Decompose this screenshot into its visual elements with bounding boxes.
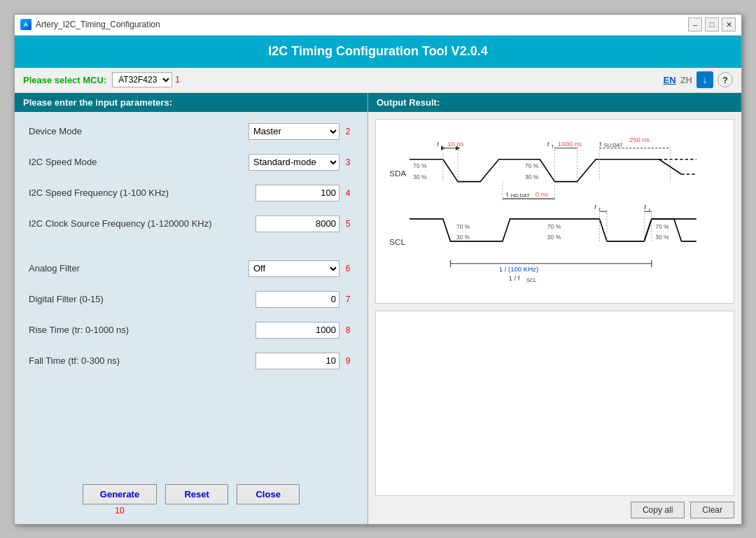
input-panel-header: Please enter the input parameters: [15,93,368,112]
speed-mode-select[interactable]: Standard-mode Fast-mode Fast-mode Plus [248,154,340,171]
svg-text:30 %: 30 % [547,233,561,240]
toolbar: Please select MCU: AT32F423 1 EN ZH ↓ ? [15,68,741,93]
digital-filter-label: Digital Filter (0-15) [29,294,255,304]
svg-rect-0 [376,125,734,297]
device-mode-label: Device Mode [29,126,248,136]
svg-text:250 ns: 250 ns [629,136,650,143]
bottom-buttons: Copy all Clear [368,499,741,524]
mcu-select-wrapper: AT32F423 1 [112,72,180,87]
svg-text:1 / (100 KHz): 1 / (100 KHz) [499,265,538,273]
device-mode-control: Master Slave 2 [248,123,354,140]
maximize-button[interactable]: □ [705,17,719,31]
app-icon: A [20,19,31,30]
device-mode-number: 2 [342,127,354,136]
sda-label: SDA [389,169,406,178]
mcu-label: Please select MCU: [23,75,106,85]
svg-text:30 %: 30 % [456,233,470,240]
fall-time-number: 9 [342,356,354,366]
title-bar-controls: – □ ✕ [688,17,736,31]
mcu-field-number: 1 [175,75,180,85]
main-content: Please enter the input parameters: Devic… [15,93,741,524]
generate-button[interactable]: Generate [83,484,157,504]
copy-all-button[interactable]: Copy all [631,502,685,518]
svg-text:10 ns: 10 ns [447,139,464,147]
analog-filter-number: 6 [342,264,354,274]
close-button[interactable]: ✕ [722,17,736,31]
fall-time-row: Fall Time (tf: 0-300 ns) 9 [29,353,354,369]
device-mode-row: Device Mode Master Slave 2 [29,123,354,140]
analog-filter-row: Analog Filter Off On 6 [29,260,354,277]
svg-text:30 %: 30 % [525,174,539,180]
clock-freq-label: I2C Clock Source Frequency (1-120000 KHz… [29,218,255,229]
speed-freq-number: 4 [342,188,354,198]
svg-text:t: t [547,139,550,147]
clock-freq-row: I2C Clock Source Frequency (1-120000 KHz… [29,215,354,232]
generate-wrapper: Generate 10 [83,484,157,516]
analog-filter-control: Off On 6 [248,260,354,277]
mcu-select[interactable]: AT32F423 [112,72,172,87]
speed-mode-label: I2C Speed Mode [29,157,248,167]
minimize-button[interactable]: – [688,17,702,31]
svg-text:t: t [506,190,508,197]
rise-time-row: Rise Time (tr: 0-1000 ns) 8 [29,322,354,339]
svg-text:30 %: 30 % [655,233,669,240]
speed-mode-row: I2C Speed Mode Standard-mode Fast-mode F… [29,154,354,171]
speed-freq-label: I2C Speed Frequency (1-100 KHz) [29,187,255,198]
app-title: I2C Timing Configuration Tool V2.0.4 [268,44,487,59]
title-bar-left: A Artery_I2C_Timing_Configuration [20,19,160,30]
window-title: Artery_I2C_Timing_Configuration [36,20,160,29]
clock-freq-control: 5 [255,215,354,232]
speed-freq-input[interactable] [255,185,340,201]
svg-text:30 %: 30 % [413,174,427,180]
analog-filter-label: Analog Filter [29,263,248,274]
svg-text:70 %: 70 % [413,162,427,169]
rise-time-input[interactable] [255,322,340,339]
scl-label: SCL [389,237,405,246]
output-text-area[interactable] [375,311,734,496]
speed-mode-control: Standard-mode Fast-mode Fast-mode Plus 3 [248,154,354,171]
svg-text:70 %: 70 % [655,222,669,229]
digital-filter-row: Digital Filter (0-15) 7 [29,291,354,308]
svg-text:t: t [644,203,646,211]
digital-filter-number: 7 [342,295,354,304]
timing-diagram: SDA SCL 70 % 30 % 70 % 30 % [376,120,734,304]
rise-time-number: 8 [342,325,354,335]
analog-filter-select[interactable]: Off On [248,260,340,277]
clock-freq-input[interactable] [255,215,340,232]
right-panel: Output Result: SDA SCL [368,93,741,524]
title-bar: A Artery_I2C_Timing_Configuration – □ ✕ [15,15,741,36]
generate-number: 10 [115,506,124,516]
svg-text:1 / f: 1 / f [508,274,519,282]
button-row: Generate 10 Reset Close [15,476,368,524]
close-wrapper: Close [237,484,300,504]
clear-button[interactable]: Clear [690,502,734,518]
svg-text:t: t [594,203,596,211]
device-mode-select[interactable]: Master Slave [248,123,340,140]
close-action-button[interactable]: Close [237,484,300,504]
svg-text:t: t [437,139,439,147]
output-textarea[interactable] [376,311,734,495]
digital-filter-control: 7 [255,291,354,308]
fall-time-control: 9 [255,353,354,369]
digital-filter-input[interactable] [255,291,340,308]
svg-text:SU;DAT: SU;DAT [604,141,623,148]
header-bar: I2C Timing Configuration Tool V2.0.4 [15,36,741,68]
svg-text:70 %: 70 % [456,222,470,229]
help-button[interactable]: ? [718,72,733,87]
lang-en-button[interactable]: EN [664,75,676,85]
left-panel: Please enter the input parameters: Devic… [15,93,368,524]
download-button[interactable]: ↓ [696,71,713,88]
svg-text:70 %: 70 % [525,162,539,169]
svg-text:1000 ns: 1000 ns [558,139,582,147]
speed-freq-row: I2C Speed Frequency (1-100 KHz) 4 [29,185,354,201]
lang-zh-button[interactable]: ZH [680,75,692,85]
diagram-area: SDA SCL 70 % 30 % 70 % 30 % [375,119,734,304]
speed-freq-control: 4 [255,185,354,201]
output-panel-header: Output Result: [368,93,741,112]
svg-text:SCL: SCL [526,277,536,283]
reset-wrapper: Reset [165,484,228,504]
language-controls: EN ZH ↓ ? [664,71,733,88]
reset-button[interactable]: Reset [165,484,228,504]
fall-time-input[interactable] [255,353,340,369]
fall-time-label: Fall Time (tf: 0-300 ns) [29,355,255,366]
